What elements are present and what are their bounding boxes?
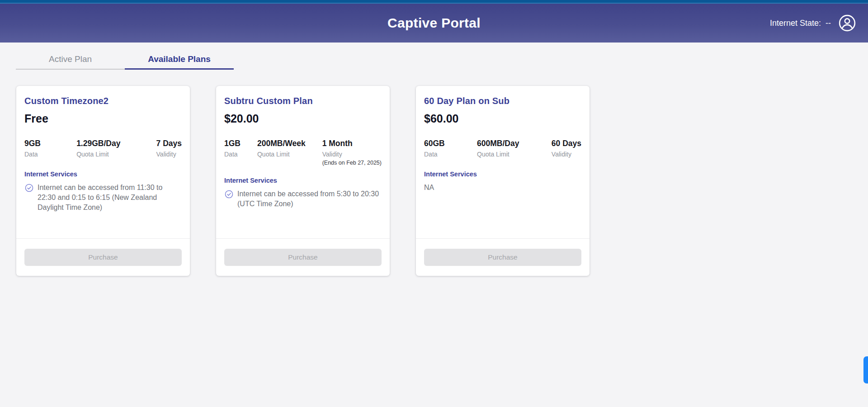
tab-available-plans[interactable]: Available Plans <box>125 50 234 70</box>
plan-name: 60 Day Plan on Sub <box>424 96 581 106</box>
plan-price: $60.00 <box>424 112 581 125</box>
stat-value: 60 Days <box>552 139 581 148</box>
service-text: NA <box>424 183 434 193</box>
stat-data: 9GB Data <box>24 139 41 160</box>
check-circle-icon <box>224 189 234 199</box>
stat-label: Validity <box>552 151 581 158</box>
stat-data: 60GB Data <box>424 139 445 160</box>
stat-value: 60GB <box>424 139 445 148</box>
service-row: Internet can be accessed from 5:30 to 20… <box>224 189 382 209</box>
purchase-button[interactable]: Purchase <box>424 249 581 266</box>
stat-quota: 200MB/Week Quota Limit <box>257 139 306 166</box>
internet-state: Internet State: -- <box>770 19 831 28</box>
internet-state-label: Internet State: <box>770 19 821 28</box>
stat-label: Data <box>24 151 41 158</box>
plan-card-body: Subtru Custom Plan $20.00 1GB Data 200MB… <box>216 86 390 238</box>
stat-value: 1GB <box>224 139 241 148</box>
purchase-button[interactable]: Purchase <box>24 249 182 266</box>
stat-quota: 600MB/Day Quota Limit <box>477 139 519 160</box>
stat-label: Quota Limit <box>477 151 519 158</box>
plan-card-footer: Purchase <box>16 239 190 276</box>
check-circle-icon <box>24 183 34 193</box>
header-right-section: Internet State: -- <box>770 4 856 43</box>
stat-validity: 1 Month Validity (Ends on Feb 27, 2025) <box>322 139 382 166</box>
plan-price: Free <box>24 112 182 125</box>
service-row: NA <box>424 183 581 193</box>
stat-value: 200MB/Week <box>257 139 306 148</box>
scrollbar-thumb[interactable] <box>863 356 868 383</box>
account-circle-icon[interactable] <box>838 14 856 32</box>
stat-label: Quota Limit <box>76 151 120 158</box>
stat-label: Validity <box>156 151 182 158</box>
stat-label: Validity <box>322 151 382 158</box>
plan-name: Custom Timezone2 <box>24 96 182 106</box>
stat-data: 1GB Data <box>224 139 241 166</box>
tab-active-plan[interactable]: Active Plan <box>16 50 125 70</box>
stat-label: Quota Limit <box>257 151 306 158</box>
stat-validity: 60 Days Validity <box>552 139 581 160</box>
service-text: Internet can be accessed from 11:30 to 2… <box>38 183 182 213</box>
available-plans-list: Custom Timezone2 Free 9GB Data 1.29GB/Da… <box>16 86 868 276</box>
plan-card: Custom Timezone2 Free 9GB Data 1.29GB/Da… <box>16 86 190 276</box>
validity-note: (Ends on Feb 27, 2025) <box>322 160 382 166</box>
internet-services-heading: Internet Services <box>24 170 182 178</box>
stat-value: 1 Month <box>322 139 382 148</box>
plan-stats: 9GB Data 1.29GB/Day Quota Limit 7 Days V… <box>24 139 182 160</box>
tab-label: Available Plans <box>148 54 211 64</box>
stat-value: 7 Days <box>156 139 182 148</box>
plan-card-body: 60 Day Plan on Sub $60.00 60GB Data 600M… <box>416 86 590 238</box>
page-title: Captive Portal <box>387 15 481 31</box>
plan-tabs: Active Plan Available Plans <box>16 50 868 70</box>
plan-card-footer: Purchase <box>416 239 590 276</box>
plan-card: Subtru Custom Plan $20.00 1GB Data 200MB… <box>216 86 390 276</box>
internet-state-value: -- <box>826 19 831 28</box>
stat-value: 1.29GB/Day <box>76 139 120 148</box>
plan-price: $20.00 <box>224 112 382 125</box>
purchase-button[interactable]: Purchase <box>224 249 382 266</box>
plan-card: 60 Day Plan on Sub $60.00 60GB Data 600M… <box>416 86 590 276</box>
top-accent-strip <box>0 0 868 4</box>
service-row: Internet can be accessed from 11:30 to 2… <box>24 183 182 213</box>
stat-label: Data <box>424 151 445 158</box>
plan-stats: 60GB Data 600MB/Day Quota Limit 60 Days … <box>424 139 581 160</box>
plan-stats: 1GB Data 200MB/Week Quota Limit 1 Month … <box>224 139 382 166</box>
app-header: Captive Portal Internet State: -- <box>0 4 868 43</box>
plan-card-footer: Purchase <box>216 239 390 276</box>
tab-label: Active Plan <box>49 54 92 64</box>
service-text: Internet can be accessed from 5:30 to 20… <box>237 189 382 209</box>
stat-value: 600MB/Day <box>477 139 519 148</box>
stat-quota: 1.29GB/Day Quota Limit <box>76 139 120 160</box>
stat-validity: 7 Days Validity <box>156 139 182 160</box>
stat-label: Data <box>224 151 241 158</box>
plan-card-body: Custom Timezone2 Free 9GB Data 1.29GB/Da… <box>16 86 190 238</box>
internet-services-heading: Internet Services <box>224 177 382 184</box>
internet-services-heading: Internet Services <box>424 170 581 178</box>
stat-value: 9GB <box>24 139 41 148</box>
plan-name: Subtru Custom Plan <box>224 96 382 106</box>
